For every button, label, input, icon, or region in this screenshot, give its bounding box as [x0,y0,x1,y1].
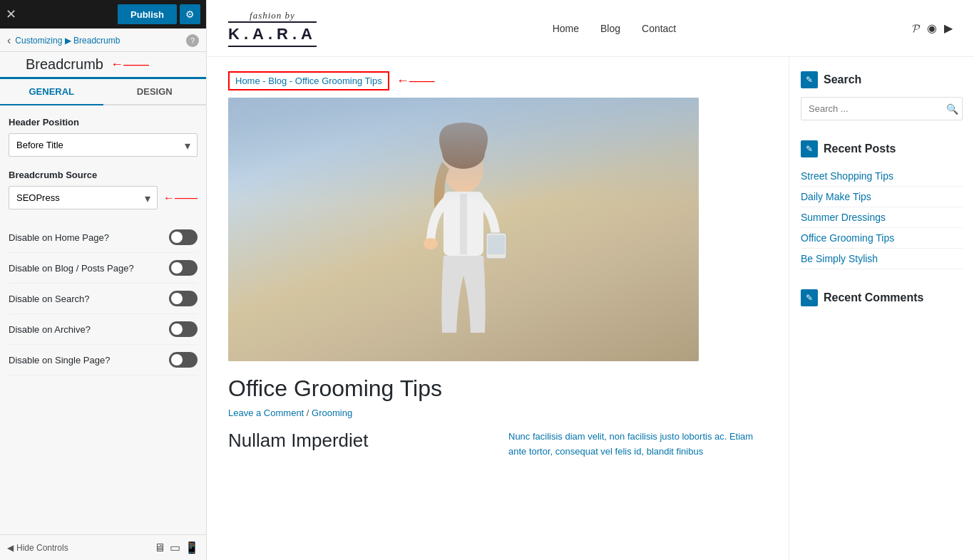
search-input[interactable] [801,97,963,120]
list-item: Office Grooming Tips [801,228,963,249]
toggle-single-label: Disable on Single Page? [9,355,110,365]
article-meta: Leave a Comment / Grooming [228,408,767,418]
recent-posts-list: Street Shopping Tips Daily Make Tips Sum… [801,166,963,269]
post-link-2[interactable]: Summer Dressings [801,212,886,223]
tab-general[interactable]: GENERAL [0,79,103,105]
panel-footer: ◀ Hide Controls 🖥 ▭ 📱 [0,534,206,560]
back-chevron-icon: ◀ [7,543,14,553]
article-image-inner [228,98,699,361]
post-link-4[interactable]: Be Simply Stylish [801,253,878,264]
toggle-list: Disable on Home Page? Disable on Blog / … [9,222,198,375]
svg-rect-7 [488,235,505,254]
breadcrumb-nav-left: ‹ Customizing ▶ Breadcrumb [7,34,120,47]
list-item: Daily Make Tips [801,187,963,207]
header-position-select[interactable]: Before Title After Title Before Content [9,133,198,157]
main-content: fashion by K.A.R.A Home Blog Contact 𝓟 ◉… [207,0,974,560]
close-button[interactable]: ✕ [6,6,16,22]
list-item: Be Simply Stylish [801,249,963,269]
toggle-blog-label: Disable on Blog / Posts Page? [9,263,134,274]
breadcrumb-source-select[interactable]: SEOPress Yoast SEO RankMath Custom [9,186,158,209]
breadcrumb-indicator-row: Home - Blog - Office Grooming Tips ←—— [228,71,767,90]
recent-posts-title-row: ✎ Recent Posts [801,140,963,157]
toggle-homepage-switch[interactable] [169,229,198,245]
panel-title-row: Breadcrumb ←—— [0,52,206,79]
toggle-archive-switch[interactable] [169,321,198,337]
toggle-homepage: Disable on Home Page? [9,222,198,253]
tablet-view-button[interactable]: ▭ [170,541,180,554]
breadcrumb-source-group: Breadcrumb Source SEOPress Yoast SEO Ran… [9,170,198,209]
toggle-homepage-label: Disable on Home Page? [9,232,109,243]
nav-blog[interactable]: Blog [600,23,620,34]
article-area: Home - Blog - Office Grooming Tips ←—— [207,57,789,560]
page-body: Home - Blog - Office Grooming Tips ←—— [207,57,974,560]
publish-group: Publish ⚙ [118,4,200,24]
site-logo: fashion by K.A.R.A [228,10,317,47]
post-link-1[interactable]: Daily Make Tips [801,191,871,202]
hide-controls-button[interactable]: ◀ Hide Controls [7,543,68,553]
back-button[interactable]: ‹ [7,34,11,47]
list-item: Summer Dressings [801,207,963,228]
toggle-blog-switch[interactable] [169,260,198,276]
mobile-view-button[interactable]: 📱 [185,541,199,554]
recent-comments-widget: ✎ Recent Comments [801,289,963,306]
recent-comments-title: Recent Comments [824,291,923,304]
article-title: Office Grooming Tips [228,375,767,402]
tabs-row: GENERAL DESIGN [0,79,206,105]
panel-body: Header Position Before Title After Title… [0,105,206,534]
site-nav: Home Blog Contact [553,23,677,34]
pinterest-icon[interactable]: 𝓟 [912,22,920,35]
search-input-wrap: 🔍 [801,97,963,120]
post-link-0[interactable]: Street Shopping Tips [801,170,893,182]
left-customizer-panel: ✕ Publish ⚙ ‹ Customizing ▶ Breadcrumb ?… [0,0,207,560]
search-widget-title-row: ✎ Search [801,71,963,88]
header-position-select-wrap: Before Title After Title Before Content [9,133,198,157]
toggle-search-switch[interactable] [169,291,198,306]
social-icons: 𝓟 ◉ ▶ [912,21,953,35]
toggle-search-label: Disable on Search? [9,294,89,304]
breadcrumb-source-row: SEOPress Yoast SEO RankMath Custom ←—— [9,186,198,209]
article-image [228,98,699,361]
article-text-right: Nunc facilisis diam velit, non facilisis… [508,430,767,460]
post-link-3[interactable]: Office Grooming Tips [801,232,894,244]
article-heading: Nullam Imperdiet [228,430,487,452]
site-header: fashion by K.A.R.A Home Blog Contact 𝓟 ◉… [207,0,974,57]
header-position-group: Header Position Before Title After Title… [9,117,198,157]
panel-title-arrow: ←—— [111,57,149,72]
nav-home[interactable]: Home [553,23,579,34]
article-text-left: Nullam Imperdiet [228,430,487,460]
recent-posts-widget: ✎ Recent Posts Street Shopping Tips Dail… [801,140,963,269]
recent-comments-icon: ✎ [801,289,818,306]
hide-controls-label: Hide Controls [16,543,68,553]
article-comment-link[interactable]: Leave a Comment [228,408,304,418]
toggle-archive: Disable on Archive? [9,314,198,345]
youtube-icon[interactable]: ▶ [944,21,953,35]
breadcrumb-nav: ‹ Customizing ▶ Breadcrumb ? [0,28,206,52]
svg-point-4 [424,238,438,249]
help-icon[interactable]: ? [186,34,199,47]
breadcrumb-red-arrow: ←—— [396,73,435,88]
toggle-blog: Disable on Blog / Posts Page? [9,253,198,284]
search-widget-title: Search [824,73,861,86]
desktop-view-button[interactable]: 🖥 [154,541,165,554]
recent-comments-title-row: ✎ Recent Comments [801,289,963,306]
article-category-link[interactable]: Grooming [312,408,352,418]
footer-icons: 🖥 ▭ 📱 [154,541,199,554]
toggle-single-switch[interactable] [169,352,198,368]
nav-contact[interactable]: Contact [642,23,676,34]
instagram-icon[interactable]: ◉ [927,21,937,35]
breadcrumb-box[interactable]: Home - Blog - Office Grooming Tips [228,71,389,90]
tab-design[interactable]: DESIGN [103,79,207,104]
breadcrumb-text: Home - Blog - Office Grooming Tips [235,76,382,86]
recent-posts-title: Recent Posts [824,142,896,155]
search-submit-button[interactable]: 🔍 [946,103,958,115]
article-content-row: Nullam Imperdiet Nunc facilisis diam vel… [228,430,767,460]
publish-button[interactable]: Publish [118,4,177,24]
breadcrumb-source-select-wrap: SEOPress Yoast SEO RankMath Custom [9,186,158,209]
search-widget: ✎ Search 🔍 [801,71,963,120]
gear-button[interactable]: ⚙ [180,4,200,24]
toggle-single: Disable on Single Page? [9,345,198,375]
recent-posts-icon: ✎ [801,140,818,157]
logo-main: K.A.R.A [228,21,317,47]
seopress-arrow: ←—— [163,192,198,204]
breadcrumb-source-label: Breadcrumb Source [9,170,198,180]
